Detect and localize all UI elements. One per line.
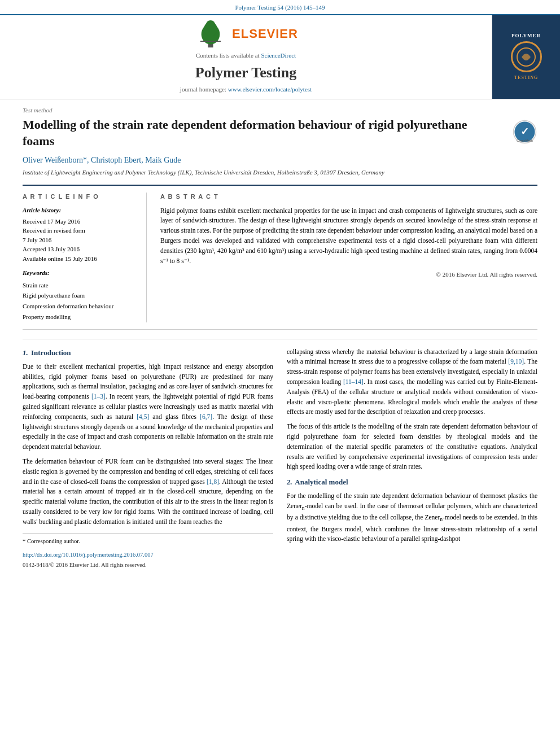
journal-title: Polymer Testing (195, 63, 296, 83)
section2-num: 2. (287, 478, 292, 486)
revised-label: Received in revised form (23, 226, 135, 235)
article-info-title: A R T I C L E I N F O (23, 193, 135, 201)
homepage-line: journal homepage: www.elsevier.com/locat… (180, 85, 312, 94)
intro-para1: Due to their excellent mechanical proper… (23, 362, 273, 452)
abstract-panel: A B S T R A C T Rigid polymer foams exhi… (147, 193, 537, 322)
keyword-2: Rigid polyurethane foam (23, 290, 135, 301)
svg-text:CrossMark: CrossMark (517, 139, 533, 142)
journal-ref-text: Polymer Testing 54 (2016) 145–149 (235, 4, 325, 11)
journal-logo-bottom-text: TESTING (514, 75, 539, 81)
issn-line: 0142-9418/© 2016 Elsevier Ltd. All right… (23, 561, 273, 570)
intro-para2: The deformation behaviour of PUR foam ca… (23, 457, 273, 527)
section1-num: 1. (23, 348, 28, 357)
journal-logo-circle (511, 41, 542, 72)
keyword-3: Compression deformation behaviour (23, 301, 135, 312)
elsevier-tree-icon (194, 20, 228, 48)
journal-logo: POLYMER TESTING (500, 33, 553, 81)
keywords-label: Keywords: (23, 269, 135, 277)
info-columns: A R T I C L E I N F O Article history: R… (23, 185, 537, 329)
doi-link[interactable]: http://dx.doi.org/10.1016/j.polymertesti… (23, 552, 154, 558)
journal-header: ELSEVIER Contents lists available at Sci… (0, 14, 560, 99)
crossmark-icon[interactable]: ✓ CrossMark (512, 119, 537, 145)
available-date: Available online 15 July 2016 (23, 254, 135, 264)
journal-logo-inner-icon (515, 46, 537, 68)
ref-1-3[interactable]: [1–3] (91, 393, 106, 400)
body-left-col: 1. Introduction Due to their excellent m… (23, 347, 273, 570)
section1-title: Introduction (31, 348, 71, 357)
right-para1: collapsing stress whereby the material b… (287, 347, 537, 418)
header-right-panel: POLYMER TESTING (492, 15, 560, 98)
accepted-date: Accepted 13 July 2016 (23, 244, 135, 254)
section2-heading: 2. Analytical model (287, 477, 537, 488)
footnote-area: * Corresponding author. http://dx.doi.or… (23, 533, 273, 570)
section2-title: Analytical model (295, 478, 348, 486)
ref-9-10[interactable]: [9,10] (508, 358, 524, 365)
ref-6-7[interactable]: [6,7] (200, 413, 212, 420)
content-area: Test method Modelling of the strain rate… (0, 99, 560, 582)
elsevier-logo: ELSEVIER (194, 20, 298, 48)
doi-area: http://dx.doi.org/10.1016/j.polymertesti… (23, 551, 273, 560)
homepage-url[interactable]: www.elsevier.com/locate/polytest (228, 86, 312, 93)
keyword-1: Strain rate (23, 280, 135, 291)
section1-heading: 1. Introduction (23, 347, 273, 359)
article-info-panel: A R T I C L E I N F O Article history: R… (23, 193, 147, 322)
svg-point-3 (206, 20, 215, 29)
svg-text:✓: ✓ (520, 126, 529, 137)
keyword-4: Property modelling (23, 312, 135, 322)
revised-date: 7 July 2016 (23, 235, 135, 245)
body-columns: 1. Introduction Due to their excellent m… (23, 339, 537, 570)
ref-4-5[interactable]: [4,5] (137, 413, 149, 420)
body-right-col: collapsing stress whereby the material b… (287, 347, 537, 570)
corresponding-note: * Corresponding author. (23, 537, 273, 546)
sciencedirect-link[interactable]: ScienceDirect (261, 52, 296, 59)
received-date: Received 17 May 2016 (23, 217, 135, 226)
history-label: Article history: (23, 206, 135, 215)
affiliation-text: Institute of Lightweight Engineering and… (23, 168, 537, 177)
header-left-panel: ELSEVIER Contents lists available at Sci… (0, 15, 492, 98)
contents-label: Contents lists available at ScienceDirec… (196, 51, 296, 60)
authors-text: Oliver Weißenborn*, Christoph Ebert, Mai… (23, 156, 181, 164)
abstract-text: Rigid polymer foams exhibit excellent me… (160, 206, 537, 267)
contents-text: Contents lists available at (196, 52, 260, 59)
journal-logo-top-text: POLYMER (511, 33, 541, 39)
paper-title: Modelling of the strain rate dependent d… (23, 117, 485, 149)
journal-ref-bar: Polymer Testing 54 (2016) 145–149 (0, 0, 560, 14)
ref-1-8[interactable]: [1,8] (207, 478, 219, 485)
homepage-label: journal homepage: (180, 86, 226, 93)
right-para2: The focus of this article is the modelli… (287, 422, 537, 472)
abstract-title: A B S T R A C T (160, 193, 537, 201)
ref-11-14[interactable]: [11–14] (343, 378, 364, 385)
title-row: Modelling of the strain rate dependent d… (23, 117, 537, 155)
elsevier-brand-text: ELSEVIER (232, 25, 298, 43)
authors-line: Oliver Weißenborn*, Christoph Ebert, Mai… (23, 155, 537, 166)
copyright-line: © 2016 Elsevier Ltd. All rights reserved… (160, 270, 537, 279)
right-para3: For the modelling of the strain rate dep… (287, 491, 537, 544)
article-section-label: Test method (23, 106, 537, 115)
keywords-section: Keywords: Strain rate Rigid polyurethane… (23, 269, 135, 322)
